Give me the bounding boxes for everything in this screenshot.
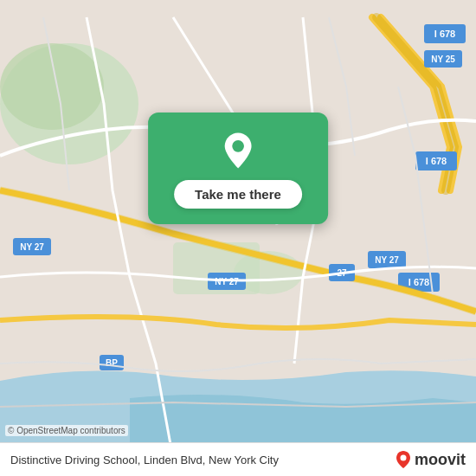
svg-text:NY 25: NY 25 [431, 55, 455, 64]
attribution-text: © OpenStreetMap contributors [5, 425, 128, 436]
svg-point-23 [232, 140, 244, 152]
svg-text:NY 27: NY 27 [215, 277, 239, 286]
svg-point-24 [400, 455, 406, 461]
bottom-bar: Distinctive Driving School, Linden Blvd,… [0, 442, 476, 476]
take-me-there-button[interactable]: Take me there [174, 180, 302, 209]
svg-text:I 678: I 678 [434, 29, 455, 39]
map-background: I 678 I 678 I 678 NY 25 NY 27 NY 27 27 N… [0, 0, 476, 476]
svg-text:I 678: I 678 [426, 156, 447, 166]
svg-text:I 678: I 678 [408, 277, 429, 287]
moovit-pin-icon [396, 450, 411, 469]
navigation-card: Take me there [148, 113, 328, 224]
moovit-logo: moovit [396, 450, 466, 469]
svg-text:NY 27: NY 27 [375, 255, 399, 265]
moovit-brand-name: moovit [415, 451, 466, 469]
location-label: Distinctive Driving School, Linden Blvd,… [10, 453, 396, 466]
map-container: I 678 I 678 I 678 NY 25 NY 27 NY 27 27 N… [0, 0, 476, 476]
map-pin-icon [217, 130, 259, 171]
svg-text:NY 27: NY 27 [20, 242, 44, 252]
